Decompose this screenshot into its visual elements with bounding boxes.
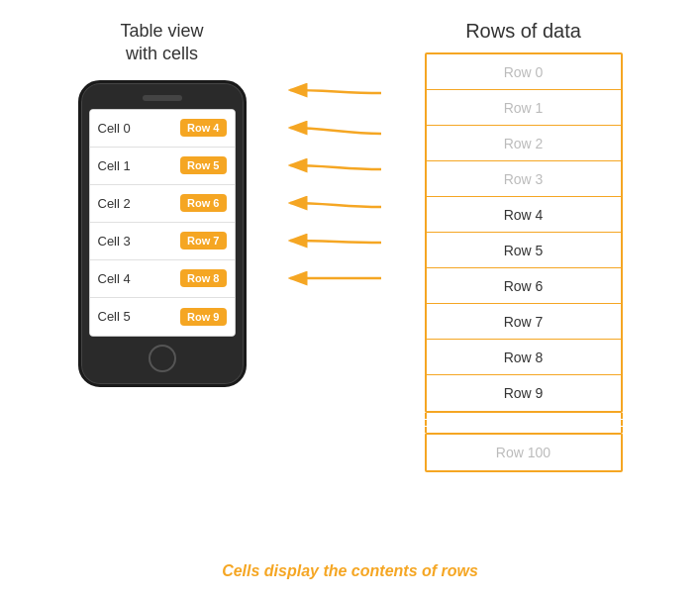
data-row: Row 0 xyxy=(427,54,621,90)
cell-label: Cell 1 xyxy=(98,158,131,173)
data-row: Row 2 xyxy=(427,126,621,161)
right-title: Rows of data xyxy=(465,20,581,43)
data-row-extra: Row 100 xyxy=(427,435,621,470)
rows-table-main: Row 0Row 1Row 2Row 3Row 4Row 5Row 6Row 7… xyxy=(425,52,623,413)
data-row: Row 6 xyxy=(427,268,621,304)
right-side: Rows of data Row 0Row 1Row 2Row 3Row 4Ro… xyxy=(425,20,623,472)
data-row: Row 4 xyxy=(427,197,621,233)
data-row: Row 1 xyxy=(427,90,621,126)
cell-label: Cell 3 xyxy=(98,234,131,249)
cell-badge: Row 7 xyxy=(180,232,226,250)
phone-cell: Cell 5Row 9 xyxy=(90,298,235,336)
rows-table-extra: Row 100 xyxy=(425,433,623,472)
cell-label: Cell 2 xyxy=(98,196,131,211)
phone-screen: Cell 0Row 4Cell 1Row 5Cell 2Row 6Cell 3R… xyxy=(89,109,236,337)
data-row: Row 3 xyxy=(427,161,621,197)
left-side: Table viewwith cells Cell 0Row 4Cell 1Ro… xyxy=(78,20,247,387)
phone-speaker xyxy=(143,95,182,101)
phone-cell: Cell 3Row 7 xyxy=(90,223,235,260)
phone-cell: Cell 2Row 6 xyxy=(90,185,235,223)
arrows-area xyxy=(286,20,385,71)
top-section: Table viewwith cells Cell 0Row 4Cell 1Ro… xyxy=(78,20,623,549)
main-container: Table viewwith cells Cell 0Row 4Cell 1Ro… xyxy=(0,0,700,600)
phone-home-button xyxy=(149,345,176,372)
phone-frame: Cell 0Row 4Cell 1Row 5Cell 2Row 6Cell 3R… xyxy=(78,80,247,387)
data-row: Row 7 xyxy=(427,304,621,340)
cell-badge: Row 8 xyxy=(180,269,226,287)
left-title: Table viewwith cells xyxy=(120,20,203,66)
phone-cell: Cell 0Row 4 xyxy=(90,110,235,148)
bottom-caption: Cells display the contents of rows xyxy=(222,562,478,580)
cell-label: Cell 4 xyxy=(98,271,131,286)
arrows-svg xyxy=(286,71,385,349)
cell-badge: Row 9 xyxy=(180,308,226,326)
cell-label: Cell 5 xyxy=(98,309,131,324)
cell-label: Cell 0 xyxy=(98,121,131,136)
cell-badge: Row 6 xyxy=(180,194,226,212)
cell-badge: Row 5 xyxy=(180,156,226,174)
data-row: Row 9 xyxy=(427,375,621,411)
data-row: Row 8 xyxy=(427,340,621,375)
rows-gap xyxy=(425,413,623,433)
phone-cell: Cell 4Row 8 xyxy=(90,260,235,298)
phone-cell: Cell 1Row 5 xyxy=(90,148,235,185)
cell-badge: Row 4 xyxy=(180,119,226,137)
data-row: Row 5 xyxy=(427,233,621,268)
